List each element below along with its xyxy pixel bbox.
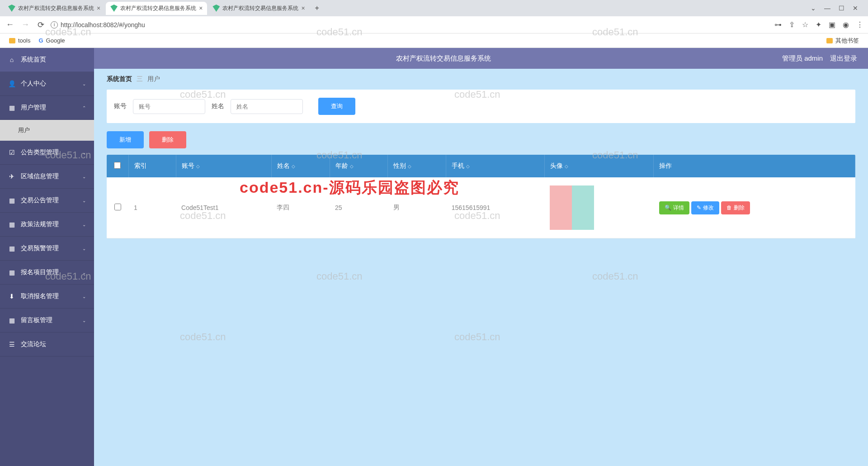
chevron-down-icon: ⌄ [82, 222, 86, 227]
select-all-checkbox[interactable] [114, 162, 121, 169]
chevron-down-icon: ⌄ [82, 294, 86, 299]
app-title: 农村产权流转交易信息服务系统 [105, 54, 782, 63]
menu-icon[interactable]: ⋮ [856, 20, 863, 29]
folder-icon [826, 38, 833, 43]
user-role[interactable]: 管理员 admin [782, 54, 823, 63]
sidebar-subitem-user[interactable]: 用户 [0, 120, 94, 141]
sidebar-item-label: 系统首页 [21, 56, 46, 64]
star-icon[interactable]: ☆ [802, 20, 808, 29]
action-row: 新增 删除 [94, 123, 868, 155]
edit-icon: ✎ [697, 204, 701, 211]
sidebar-item-label: 区域信息管理 [21, 172, 59, 181]
trash-icon: 🗑 [726, 204, 732, 211]
cell-account: Code51Test1 [176, 177, 271, 238]
close-window-icon[interactable]: ✕ [853, 5, 858, 12]
grid-icon: ▦ [8, 317, 15, 324]
col-avatar[interactable]: 头像◇ [544, 155, 654, 177]
bookmark-tools[interactable]: tools [9, 37, 30, 44]
sidebar-item-region[interactable]: ✈ 区域信息管理 ⌄ [0, 165, 94, 189]
sidebar-item-warning[interactable]: ▦ 交易预警管理 ⌄ [0, 237, 94, 261]
chevron-down-icon: ⌄ [82, 81, 86, 86]
key-icon[interactable]: ⊶ [774, 20, 782, 29]
account-input[interactable] [133, 99, 205, 114]
tab-title: 农村产权流转交易信息服务系统 [120, 5, 196, 12]
folder-icon [9, 38, 15, 43]
sidebar-item-users[interactable]: ▦ 用户管理 ⌃ [0, 96, 94, 120]
grid-icon: ▦ [8, 197, 15, 204]
table-row: 1 Code51Test1 李四 25 男 15615615991 🔍详情 ✎修… [107, 177, 855, 238]
forward-icon[interactable]: → [20, 20, 31, 29]
sidebar-item-label: 交易公告管理 [21, 196, 59, 204]
name-input[interactable] [231, 99, 303, 114]
sort-icon: ◇ [292, 164, 295, 169]
col-gender[interactable]: 性别◇ [388, 155, 446, 177]
cell-index: 1 [128, 177, 176, 238]
cell-gender: 男 [388, 177, 446, 238]
close-icon[interactable]: × [199, 5, 203, 12]
topbar: 农村产权流转交易信息服务系统 管理员 admin 退出登录 [94, 48, 868, 69]
account-label: 账号 [114, 102, 127, 110]
cell-age: 25 [330, 177, 388, 238]
minimize-icon[interactable]: — [824, 5, 830, 12]
grid-icon: ▦ [8, 221, 15, 228]
sidebar-item-profile[interactable]: 👤 个人中心 ⌄ [0, 72, 94, 96]
share-icon[interactable]: ⇪ [789, 20, 795, 29]
col-phone[interactable]: 手机◇ [446, 155, 544, 177]
sidebar-item-noticetype[interactable]: ☑ 公告类型管理 ⌄ [0, 141, 94, 165]
sidebar-item-message[interactable]: ▦ 留言板管理 ⌄ [0, 309, 94, 333]
col-name[interactable]: 姓名◇ [271, 155, 330, 177]
tab-title: 农村产权流转交易信息服务系统 [222, 5, 298, 12]
sidebar-home[interactable]: ⌂ 系统首页 [0, 48, 94, 72]
col-age[interactable]: 年龄◇ [330, 155, 388, 177]
panel-icon[interactable]: ▣ [829, 20, 835, 29]
breadcrumb-home[interactable]: 系统首页 [107, 75, 132, 82]
detail-button[interactable]: 🔍详情 [659, 201, 689, 214]
sidebar-item-label: 留言板管理 [21, 316, 52, 324]
google-icon: G [38, 37, 43, 44]
avatar-image[interactable] [550, 185, 594, 230]
sidebar-item-signup[interactable]: ▦ 报名项目管理 ⌄ [0, 261, 94, 285]
row-delete-button[interactable]: 🗑删除 [721, 201, 750, 214]
add-button[interactable]: 新增 [107, 131, 144, 148]
sidebar-item-policy[interactable]: ▦ 政策法规管理 ⌄ [0, 213, 94, 237]
grid-icon: ▦ [8, 269, 15, 276]
row-checkbox[interactable] [114, 204, 121, 210]
bookmark-other[interactable]: 其他书签 [826, 37, 859, 45]
sort-icon: ◇ [350, 164, 354, 169]
favicon-vue-icon [8, 5, 15, 12]
cell-avatar [544, 177, 654, 238]
window-dropdown-icon[interactable]: ⌄ [811, 5, 816, 12]
col-index[interactable]: 索引 [128, 155, 176, 177]
bookmark-bar: tools G Google 其他书签 [0, 33, 868, 48]
sidebar-item-label: 交流论坛 [21, 340, 46, 348]
bookmark-google[interactable]: G Google [38, 37, 65, 44]
search-icon: 🔍 [665, 204, 671, 211]
browser-tab-active[interactable]: 农村产权流转交易信息服务系统 × [106, 2, 207, 15]
sidebar-item-cancel[interactable]: ⬇ 取消报名管理 ⌄ [0, 285, 94, 309]
app-container: ⌂ 系统首页 👤 个人中心 ⌄ ▦ 用户管理 ⌃ 用户 ☑ 公告类型管理 ⌄ ✈… [0, 48, 868, 466]
sidebar-item-label: 政策法规管理 [21, 220, 59, 228]
delete-button[interactable]: 删除 [149, 131, 186, 148]
person-icon: 👤 [8, 80, 15, 87]
profile-icon[interactable]: ◉ [843, 20, 849, 29]
grid-icon: ▦ [8, 104, 15, 111]
col-account[interactable]: 账号◇ [176, 155, 271, 177]
query-button[interactable]: 查询 [318, 98, 355, 115]
new-tab-button[interactable]: + [311, 2, 324, 14]
extensions-icon[interactable]: ✦ [816, 20, 821, 29]
logout-link[interactable]: 退出登录 [830, 54, 857, 63]
back-icon[interactable]: ← [5, 20, 15, 29]
reload-icon[interactable]: ⟳ [35, 20, 46, 30]
maximize-icon[interactable]: ☐ [839, 5, 844, 12]
sidebar-item-trade[interactable]: ▦ 交易公告管理 ⌄ [0, 189, 94, 213]
close-icon[interactable]: × [97, 5, 100, 12]
close-icon[interactable]: × [301, 5, 305, 12]
url-input[interactable]: i http://localhost:8082/#/yonghu [51, 21, 770, 29]
info-icon[interactable]: i [51, 21, 58, 29]
sidebar-item-label: 报名项目管理 [21, 268, 59, 276]
browser-tab[interactable]: 农村产权流转交易信息服务系统 × [4, 2, 105, 15]
sidebar-item-forum[interactable]: ☰ 交流论坛 [0, 333, 94, 357]
sidebar: ⌂ 系统首页 👤 个人中心 ⌄ ▦ 用户管理 ⌃ 用户 ☑ 公告类型管理 ⌄ ✈… [0, 48, 94, 466]
browser-tab[interactable]: 农村产权流转交易信息服务系统 × [208, 2, 309, 15]
edit-button[interactable]: ✎修改 [691, 201, 719, 214]
